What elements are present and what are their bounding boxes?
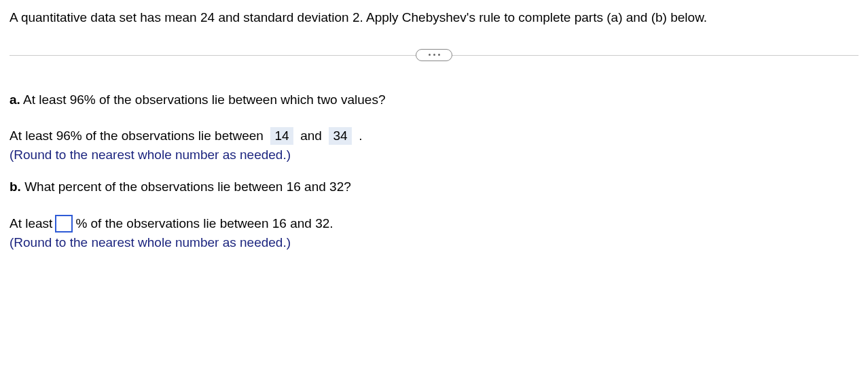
part-a-instruction: (Round to the nearest whole number as ne… xyxy=(10,148,858,162)
part-a-answer-prefix: At least 96% of the observations lie bet… xyxy=(10,128,264,143)
part-a-and: and xyxy=(300,128,322,143)
part-b-answer-line: At least % of the observations lie betwe… xyxy=(10,215,858,233)
part-b-instruction: (Round to the nearest whole number as ne… xyxy=(10,235,858,250)
part-a-value-2[interactable]: 34 xyxy=(329,127,351,145)
part-b-question-text: What percent of the observations lie bet… xyxy=(24,179,351,194)
part-a-question: a. At least 96% of the observations lie … xyxy=(10,90,858,110)
part-b-percent-input[interactable] xyxy=(55,215,73,233)
part-a-label: a. xyxy=(10,92,20,107)
problem-prompt: A quantitative data set has mean 24 and … xyxy=(10,8,858,28)
expand-button[interactable] xyxy=(416,49,452,61)
ellipsis-icon xyxy=(429,54,431,56)
section-divider xyxy=(10,48,858,62)
part-a-period: . xyxy=(359,128,362,143)
part-a-question-text: At least 96% of the observations lie bet… xyxy=(23,92,385,107)
ellipsis-icon xyxy=(433,54,435,56)
ellipsis-icon xyxy=(438,54,440,56)
part-a-value-1[interactable]: 14 xyxy=(270,127,293,145)
part-b-answer-prefix: At least xyxy=(10,216,52,231)
part-a-answer-line: At least 96% of the observations lie bet… xyxy=(10,127,858,145)
part-b-answer-suffix: % of the observations lie between 16 and… xyxy=(75,216,333,231)
part-b-question: b. What percent of the observations lie … xyxy=(10,177,858,197)
part-b-label: b. xyxy=(10,179,21,194)
